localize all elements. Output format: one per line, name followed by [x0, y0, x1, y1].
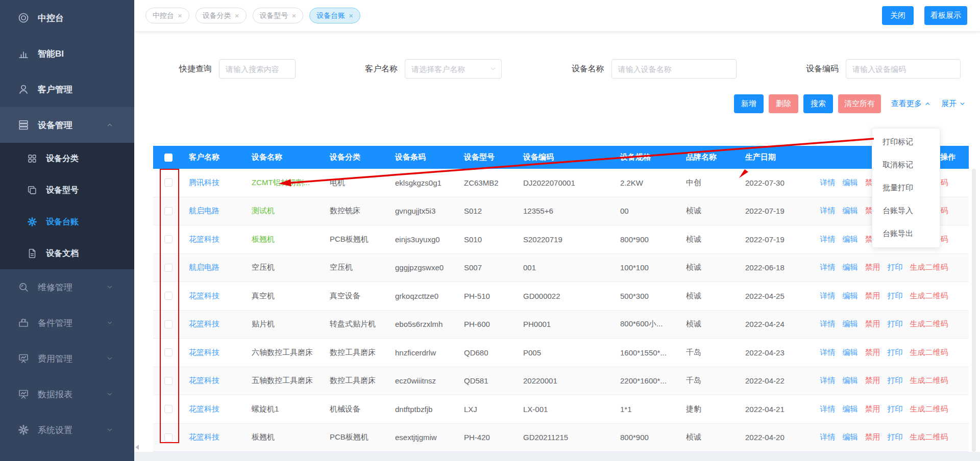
row-checkbox[interactable]: [153, 339, 184, 367]
sidebar-item-costs[interactable]: 费用管理: [0, 341, 134, 376]
row-checkbox[interactable]: [153, 169, 184, 197]
menu-item-batch-print[interactable]: 批量打印: [872, 176, 940, 199]
op-print[interactable]: 打印: [888, 432, 903, 442]
device-name-input[interactable]: [611, 59, 737, 79]
row-checkbox[interactable]: [153, 395, 184, 423]
device-name[interactable]: ZCMT铝材切割...: [252, 178, 310, 188]
device-name[interactable]: 空压机: [252, 263, 275, 272]
customer-link[interactable]: 花篮科技: [189, 376, 219, 386]
row-checkbox[interactable]: [153, 424, 184, 452]
menu-item-cancel-mark[interactable]: 取消标记: [872, 153, 940, 176]
device-name[interactable]: 板翘机: [252, 432, 275, 442]
op-detail[interactable]: 详情: [820, 178, 836, 188]
customer-link[interactable]: 航启电路: [189, 206, 219, 216]
op-detail[interactable]: 详情: [820, 376, 836, 386]
op-disable[interactable]: 禁用: [865, 348, 880, 357]
op-edit[interactable]: 编辑: [843, 404, 858, 414]
customer-link[interactable]: 腾讯科技: [189, 178, 219, 188]
customer-link[interactable]: 花篮科技: [189, 319, 219, 329]
op-detail[interactable]: 详情: [820, 235, 836, 244]
sidebar-item-customers[interactable]: 客户管理: [0, 71, 134, 107]
row-checkbox[interactable]: [153, 225, 184, 253]
sidebar-item-device-category[interactable]: 设备分类: [0, 143, 134, 174]
device-code-input[interactable]: [846, 59, 961, 79]
op-qrcode[interactable]: 生成二维码: [910, 291, 948, 301]
device-name[interactable]: 螺旋机1: [252, 404, 279, 414]
op-disable[interactable]: 禁用: [865, 404, 880, 414]
op-qrcode[interactable]: 生成二维码: [910, 348, 948, 357]
clear-all-button[interactable]: 清空所有: [838, 94, 881, 113]
op-edit[interactable]: 编辑: [843, 235, 858, 244]
op-edit[interactable]: 编辑: [843, 348, 858, 357]
op-edit[interactable]: 编辑: [843, 376, 858, 386]
device-name[interactable]: 板翘机: [252, 235, 275, 244]
op-qrcode[interactable]: 生成二维码: [910, 263, 948, 272]
op-edit[interactable]: 编辑: [843, 178, 858, 188]
op-print[interactable]: 打印: [888, 376, 903, 386]
row-checkbox[interactable]: [153, 311, 184, 339]
tab-device-category[interactable]: 设备分类×: [195, 8, 247, 23]
view-more-link[interactable]: 查看更多: [891, 99, 931, 109]
customer-link[interactable]: 花篮科技: [189, 432, 219, 442]
device-name[interactable]: 贴片机: [252, 319, 275, 329]
sidebar-item-console[interactable]: 中控台: [0, 0, 134, 36]
sidebar-item-spare-parts[interactable]: 备件管理: [0, 305, 134, 341]
op-qrcode[interactable]: 生成二维码: [910, 432, 948, 442]
op-edit[interactable]: 编辑: [843, 319, 858, 329]
op-disable[interactable]: 禁用: [865, 263, 880, 272]
menu-item-ledger-export[interactable]: 台账导出: [872, 222, 940, 245]
op-qrcode[interactable]: 生成二维码: [910, 319, 948, 329]
sidebar-item-bi[interactable]: 智能BI: [0, 36, 134, 71]
row-checkbox[interactable]: [153, 367, 184, 395]
close-icon[interactable]: ×: [178, 12, 182, 19]
sidebar-item-settings[interactable]: 系统设置: [0, 412, 134, 448]
op-detail[interactable]: 详情: [820, 319, 836, 329]
select-all-checkbox[interactable]: [153, 146, 184, 169]
close-icon[interactable]: ×: [349, 12, 353, 19]
sidebar-item-reports[interactable]: 数据报表: [0, 376, 134, 412]
close-icon[interactable]: ×: [292, 12, 297, 19]
vertical-scrollbar[interactable]: [972, 169, 976, 452]
op-detail[interactable]: 详情: [820, 432, 836, 442]
op-edit[interactable]: 编辑: [843, 291, 858, 301]
search-button[interactable]: 搜索: [803, 94, 833, 113]
customer-link[interactable]: 花篮科技: [189, 291, 219, 301]
op-print[interactable]: 打印: [888, 404, 903, 414]
op-print[interactable]: 打印: [888, 348, 903, 357]
op-edit[interactable]: 编辑: [843, 206, 858, 216]
close-button[interactable]: 关闭: [882, 6, 914, 25]
tab-device-ledger[interactable]: 设备台账×: [309, 8, 360, 23]
sidebar-item-device-model[interactable]: 设备型号: [0, 174, 134, 206]
op-detail[interactable]: 详情: [820, 206, 836, 216]
horizontal-scrollbar-arrow[interactable]: [135, 445, 139, 450]
op-detail[interactable]: 详情: [820, 348, 836, 357]
op-print[interactable]: 打印: [888, 263, 903, 272]
op-edit[interactable]: 编辑: [843, 432, 858, 442]
op-detail[interactable]: 详情: [820, 404, 836, 414]
op-disable[interactable]: 禁用: [865, 291, 880, 301]
delete-button[interactable]: 删除: [769, 94, 798, 113]
device-name[interactable]: 真空机: [252, 291, 275, 301]
menu-item-print-mark[interactable]: 打印标记: [872, 131, 940, 153]
op-qrcode[interactable]: 生成二维码: [910, 404, 948, 414]
close-icon[interactable]: ×: [235, 12, 239, 19]
row-checkbox[interactable]: [153, 197, 184, 225]
op-print[interactable]: 打印: [888, 319, 903, 329]
expand-link[interactable]: 展开: [941, 99, 966, 109]
op-print[interactable]: 打印: [888, 291, 903, 301]
row-checkbox[interactable]: [153, 254, 184, 282]
sidebar-item-device-ledger[interactable]: 设备台账: [0, 206, 134, 238]
op-edit[interactable]: 编辑: [843, 263, 858, 272]
customer-link[interactable]: 航启电路: [189, 263, 219, 272]
op-qrcode[interactable]: 生成二维码: [910, 376, 948, 386]
op-disable[interactable]: 禁用: [865, 432, 880, 442]
add-button[interactable]: 新增: [734, 94, 764, 113]
device-name[interactable]: 六轴数控工具磨床: [252, 348, 313, 357]
menu-item-ledger-import[interactable]: 台账导入: [872, 199, 940, 222]
tab-device-model[interactable]: 设备型号×: [253, 8, 304, 23]
customer-link[interactable]: 花篮科技: [189, 348, 219, 357]
op-disable[interactable]: 禁用: [865, 319, 880, 329]
sidebar-item-repair[interactable]: 维修管理: [0, 269, 134, 305]
customer-link[interactable]: 花篮科技: [189, 404, 219, 414]
sidebar-item-device-docs[interactable]: 设备文档: [0, 238, 134, 269]
